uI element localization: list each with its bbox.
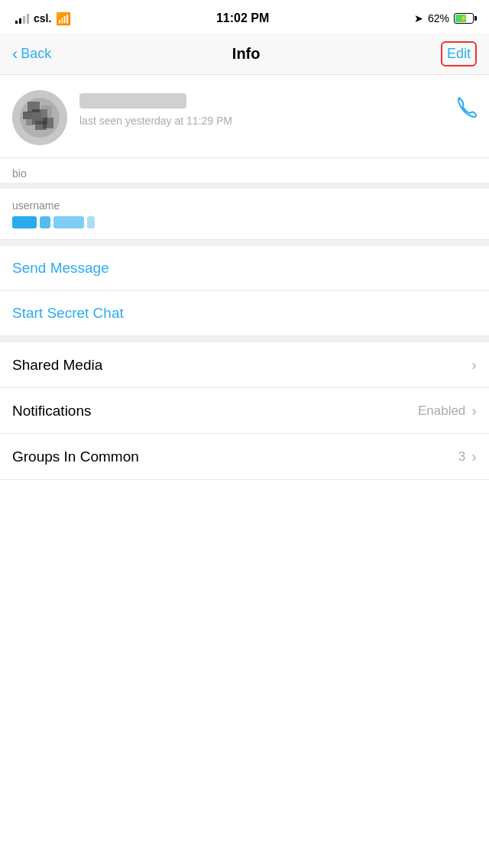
- groups-in-common-right: 3 ›: [458, 448, 477, 465]
- battery-percent: 62%: [428, 12, 449, 24]
- back-chevron-icon: ‹: [12, 46, 18, 63]
- shared-media-chevron-icon: ›: [471, 356, 477, 374]
- notifications-value: Enabled: [418, 403, 465, 419]
- phone-icon[interactable]: [455, 90, 477, 123]
- start-secret-chat-row[interactable]: Start Secret Chat: [0, 291, 489, 336]
- nav-bar: ‹ Back Info Edit: [0, 34, 489, 75]
- signal-icon: [15, 13, 29, 24]
- bio-label: bio: [12, 167, 477, 180]
- battery-icon: ⚡: [454, 13, 474, 24]
- username-label: username: [12, 199, 477, 212]
- start-secret-chat-label: Start Secret Chat: [12, 305, 124, 321]
- carrier-label: csl.: [34, 12, 51, 24]
- svg-rect-3: [23, 112, 32, 119]
- svg-rect-8: [43, 118, 53, 128]
- status-time: 11:02 PM: [216, 11, 269, 25]
- section-divider-actions: [0, 240, 489, 246]
- send-message-label: Send Message: [12, 260, 109, 276]
- notifications-label: Notifications: [12, 403, 92, 419]
- section-divider-bio: [0, 183, 489, 189]
- location-icon: ➤: [414, 12, 423, 24]
- notifications-row[interactable]: Notifications Enabled ›: [0, 388, 489, 434]
- shared-media-label: Shared Media: [12, 357, 102, 374]
- avatar-image: [12, 90, 67, 145]
- section-divider-settings: [0, 336, 489, 342]
- profile-info: last seen yesterday at 11:29 PM: [79, 90, 443, 127]
- username-value-blur: [12, 216, 477, 228]
- svg-rect-7: [41, 105, 52, 118]
- avatar: [12, 90, 67, 145]
- groups-in-common-value: 3: [458, 449, 465, 465]
- back-label: Back: [21, 46, 51, 62]
- profile-section: last seen yesterday at 11:29 PM: [0, 75, 489, 158]
- profile-status: last seen yesterday at 11:29 PM: [79, 115, 443, 127]
- svg-rect-6: [26, 119, 34, 125]
- bio-section: bio: [0, 158, 489, 180]
- back-button[interactable]: ‹ Back: [12, 46, 51, 63]
- status-left: csl. 📶: [15, 11, 71, 26]
- shared-media-row[interactable]: Shared Media ›: [0, 342, 489, 388]
- groups-in-common-chevron-icon: ›: [471, 448, 477, 465]
- shared-media-right: ›: [471, 356, 477, 374]
- notifications-chevron-icon: ›: [471, 402, 477, 419]
- wifi-icon: 📶: [56, 11, 71, 26]
- username-section: username: [0, 189, 489, 240]
- status-right: ➤ 62% ⚡: [414, 12, 474, 24]
- profile-name-blur: [79, 93, 186, 108]
- groups-in-common-row[interactable]: Groups In Common 3 ›: [0, 434, 489, 480]
- send-message-row[interactable]: Send Message: [0, 246, 489, 291]
- groups-in-common-label: Groups In Common: [12, 449, 139, 465]
- notifications-right: Enabled ›: [418, 402, 477, 419]
- status-bar: csl. 📶 11:02 PM ➤ 62% ⚡: [0, 0, 489, 34]
- edit-button[interactable]: Edit: [441, 41, 477, 66]
- page-title: Info: [232, 45, 261, 63]
